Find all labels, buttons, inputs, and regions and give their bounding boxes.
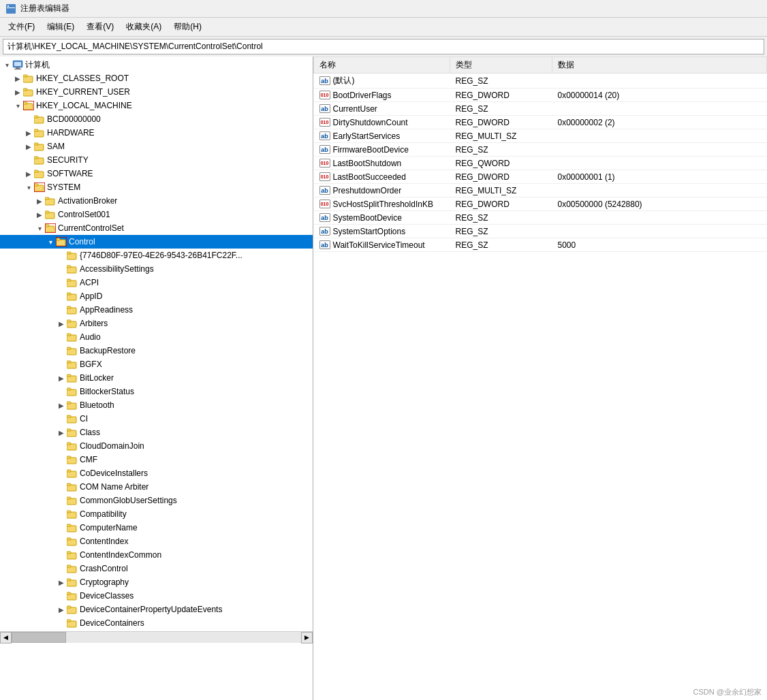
tree-item-computername[interactable]: ComputerName xyxy=(0,521,313,535)
expand-arrow-icon[interactable]: ▶ xyxy=(34,197,45,205)
tree-item-system[interactable]: ▾ SYSTEM xyxy=(0,180,313,194)
tree-item-appid[interactable]: AppID xyxy=(0,289,313,303)
tree-item-appreadiness[interactable]: AppReadiness xyxy=(0,303,313,317)
tree-item-devicecontainerpropertyupdateevents[interactable]: ▶ DeviceContainerPropertyUpdateEvents xyxy=(0,603,313,616)
expand-arrow-icon[interactable]: ▶ xyxy=(56,429,67,436)
tree-item-hkey_classes_root[interactable]: ▶ HKEY_CLASSES_ROOT xyxy=(0,71,313,85)
tree-item-activationbroker[interactable]: ▶ ActivationBroker xyxy=(0,194,313,208)
table-row[interactable]: abCurrentUserREG_SZ xyxy=(314,102,767,116)
tree-item-crashcontrol[interactable]: CrashControl xyxy=(0,562,313,575)
scroll-left-btn[interactable]: ◀ xyxy=(0,632,12,643)
tree-item-software[interactable]: ▶ SOFTWARE xyxy=(0,167,313,180)
tree-item-control[interactable]: ▾ Control xyxy=(0,235,313,249)
tree-item-contentindex[interactable]: ContentIndex xyxy=(0,535,313,548)
tree-item-bluetooth[interactable]: ▶ Bluetooth xyxy=(0,398,313,412)
tree-item-comnamearbiter[interactable]: COM Name Arbiter xyxy=(0,480,313,494)
scroll-right-btn[interactable]: ▶ xyxy=(301,632,313,643)
tree-item-deviceclasses[interactable]: DeviceClasses xyxy=(0,589,313,603)
expand-arrow-icon[interactable]: ▶ xyxy=(56,579,67,586)
tree-item-arbiters[interactable]: ▶ Arbiters xyxy=(0,317,313,330)
tree-item-devicecontainers[interactable]: DeviceContainers xyxy=(0,616,313,630)
reg-type-cell: REG_SZ xyxy=(450,238,552,252)
address-bar[interactable]: 计算机\HKEY_LOCAL_MACHINE\SYSTEM\CurrentCon… xyxy=(3,39,764,54)
table-row[interactable]: 010LastBootShutdownREG_QWORD xyxy=(314,157,767,170)
tree-item-contentindexcommon[interactable]: ContentIndexCommon xyxy=(0,548,313,562)
expand-arrow-icon[interactable]: ▶ xyxy=(23,143,34,150)
expand-arrow-icon[interactable]: ▶ xyxy=(56,402,67,409)
tree-item-clouddomainjoin[interactable]: CloudDomainJoin xyxy=(0,439,313,453)
reg-name-cell: abSystemBootDevice xyxy=(314,211,450,225)
svg-rect-64 xyxy=(67,429,71,431)
expand-arrow-icon[interactable]: ▶ xyxy=(56,606,67,614)
expand-arrow-icon[interactable]: ▶ xyxy=(12,89,23,96)
tree-item-accessibilitysettings[interactable]: AccessibilitySettings xyxy=(0,262,313,276)
svg-rect-8 xyxy=(23,75,27,77)
tree-item-commonglobusersettings[interactable]: CommonGlobUserSettings xyxy=(0,494,313,507)
menu-favorites[interactable]: 收藏夹(A) xyxy=(121,19,167,35)
tree-item-codeviceinstallers[interactable]: CoDeviceInstallers xyxy=(0,466,313,480)
tree-item-security[interactable]: SECURITY xyxy=(0,153,313,167)
tree-item-bitlocker[interactable]: ▶ BitLocker xyxy=(0,371,313,385)
expand-arrow-icon[interactable]: ▶ xyxy=(12,75,23,82)
expand-arrow-icon[interactable]: ▾ xyxy=(23,184,34,191)
tree-item-label: ControlSet001 xyxy=(58,208,110,221)
col-name[interactable]: 名称 xyxy=(314,57,450,74)
menu-view[interactable]: 查看(V) xyxy=(81,19,119,35)
table-row[interactable]: abSystemStartOptionsREG_SZ xyxy=(314,225,767,238)
tree-item-bitlockerstatus[interactable]: BitlockerStatus xyxy=(0,385,313,398)
expand-arrow-icon[interactable]: ▶ xyxy=(56,375,67,382)
tree-item-backuprestore[interactable]: BackupRestore xyxy=(0,344,313,357)
tree-item-hkey_current_user[interactable]: ▶ HKEY_CURRENT_USER xyxy=(0,85,313,99)
svg-rect-6 xyxy=(14,69,21,69)
tree-item-audio[interactable]: Audio xyxy=(0,330,313,344)
tree-item-ci[interactable]: CI xyxy=(0,412,313,426)
menu-help[interactable]: 帮助(H) xyxy=(168,19,207,35)
reg-data-cell xyxy=(552,102,767,116)
table-row[interactable]: 010BootDriverFlagsREG_DWORD0x00000014 (2… xyxy=(314,89,767,102)
table-row[interactable]: abSystemBootDeviceREG_SZ xyxy=(314,211,767,225)
reg-data-cell xyxy=(552,157,767,170)
scroll-track[interactable] xyxy=(12,632,301,643)
expand-arrow-icon[interactable]: ▾ xyxy=(45,238,56,246)
expand-arrow-icon[interactable]: ▾ xyxy=(1,61,12,69)
tree-item-bgfx[interactable]: BGFX xyxy=(0,357,313,371)
tree-item-controlset001[interactable]: ▶ ControlSet001 xyxy=(0,208,313,221)
table-row[interactable]: abPreshutdownOrderREG_MULTI_SZ xyxy=(314,184,767,197)
expand-arrow-icon[interactable]: ▾ xyxy=(12,102,23,110)
reg-type-cell: REG_DWORD xyxy=(450,170,552,184)
tree-item-acpi[interactable]: ACPI xyxy=(0,276,313,289)
string-icon: ab xyxy=(319,76,330,85)
tree-item-class[interactable]: ▶ Class xyxy=(0,426,313,439)
table-row[interactable]: abWaitToKillServiceTimeoutREG_SZ5000 xyxy=(314,238,767,252)
col-data[interactable]: 数据 xyxy=(552,57,767,74)
tree-item-sam[interactable]: ▶ SAM xyxy=(0,140,313,153)
tree-item-currentcontrolset[interactable]: ▾ CurrentControlSet xyxy=(0,221,313,235)
expand-arrow-icon[interactable]: ▶ xyxy=(23,170,34,178)
scroll-thumb[interactable] xyxy=(12,632,66,643)
table-row[interactable]: 010DirtyShutdownCountREG_DWORD0x00000002… xyxy=(314,116,767,129)
tree-item-hardware[interactable]: ▶ HARDWARE xyxy=(0,126,313,140)
tree-item-compatibility[interactable]: Compatibility xyxy=(0,507,313,521)
table-row[interactable]: 010SvcHostSplitThresholdInKBREG_DWORD0x0… xyxy=(314,197,767,211)
tree-item-cmf[interactable]: CMF xyxy=(0,453,313,466)
expand-arrow-icon[interactable]: ▶ xyxy=(56,320,67,328)
tree-item-cryptography[interactable]: ▶ Cryptography xyxy=(0,575,313,589)
menu-edit[interactable]: 编辑(E) xyxy=(42,19,80,35)
table-row[interactable]: ab(默认)REG_SZ xyxy=(314,74,767,89)
tree-item-bcd[interactable]: BCD00000000 xyxy=(0,112,313,126)
tree-item-label: Bluetooth xyxy=(80,398,114,412)
tree-scroll-bar[interactable]: ◀ ▶ xyxy=(0,631,313,643)
table-row[interactable]: abEarlyStartServicesREG_MULTI_SZ xyxy=(314,129,767,143)
col-type[interactable]: 类型 xyxy=(450,57,552,74)
tree-panel[interactable]: ▾ 计算机▶ HKEY_CLASSES_ROOT▶ HKEY_CURRENT_U… xyxy=(0,57,313,700)
expand-arrow-icon[interactable]: ▶ xyxy=(23,129,34,137)
table-row[interactable]: 010LastBootSucceededREG_DWORD0x00000001 … xyxy=(314,170,767,184)
tree-item-hkey_local_machine[interactable]: ▾ HKEY_LOCAL_MACHINE xyxy=(0,99,313,112)
binary-icon: 010 xyxy=(319,118,330,127)
tree-item-guid1[interactable]: {7746D80F-97E0-4E26-9543-26B41FC22F... xyxy=(0,249,313,262)
menu-file[interactable]: 文件(F) xyxy=(3,19,40,35)
expand-arrow-icon[interactable]: ▶ xyxy=(34,211,45,219)
tree-item-computer[interactable]: ▾ 计算机 xyxy=(0,58,313,71)
expand-arrow-icon[interactable]: ▾ xyxy=(34,225,45,232)
table-row[interactable]: abFirmwareBootDeviceREG_SZ xyxy=(314,143,767,157)
